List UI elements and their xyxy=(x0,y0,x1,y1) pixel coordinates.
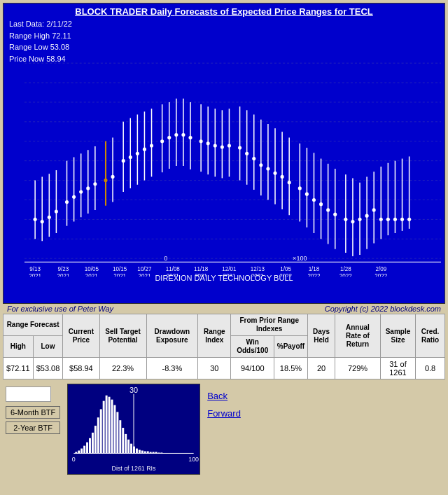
pct-payoff-header: %Payoff xyxy=(274,336,307,358)
svg-text:30: 30 xyxy=(130,386,138,394)
svg-rect-167 xyxy=(114,405,116,454)
svg-text:10/27: 10/27 xyxy=(137,266,152,272)
svg-rect-165 xyxy=(108,397,111,454)
bottom-area: 6-Month BTF 2-Year BTF 30 xyxy=(3,379,445,479)
svg-text:0: 0 xyxy=(164,255,167,262)
high-header: High xyxy=(4,336,34,358)
svg-point-95 xyxy=(312,198,316,202)
forward-link[interactable]: Forward xyxy=(207,408,241,419)
drawdown-value: -8.3% xyxy=(146,358,198,379)
chart-info: Last Data: 2/11/22 Range High 72.11 Rang… xyxy=(4,18,444,64)
svg-point-53 xyxy=(150,144,153,147)
sell-target-value: 22.3% xyxy=(99,358,146,379)
cred-ratio-value: 0.8 xyxy=(416,358,445,379)
svg-text:Dist of 1261 RIs: Dist of 1261 RIs xyxy=(112,465,157,472)
svg-rect-156 xyxy=(83,446,85,454)
svg-rect-160 xyxy=(94,426,97,453)
btf-2year-button[interactable]: 2-Year BTF xyxy=(6,421,60,434)
svg-point-91 xyxy=(298,186,302,190)
chart-footer: DIREXION DAILY TECHNOLOGY BULL xyxy=(4,272,444,284)
current-price-header: Current Price xyxy=(63,314,99,358)
annual-rate-value: 729% xyxy=(335,358,381,379)
chart-area: BLOCK TRADER Daily Forecasts of Expected… xyxy=(3,3,445,304)
svg-point-69 xyxy=(214,144,217,147)
svg-text:11/18: 11/18 xyxy=(194,266,209,272)
data-table: Range Forecast Current Price Sell Target… xyxy=(3,314,445,379)
svg-point-41 xyxy=(104,179,107,182)
btf-6month-button[interactable]: 6-Month BTF xyxy=(6,406,60,419)
svg-point-71 xyxy=(220,145,224,148)
svg-rect-158 xyxy=(89,438,91,454)
svg-rect-161 xyxy=(97,417,99,453)
annual-rate-header: Annual Rate of Return xyxy=(335,314,381,358)
svg-text:12/13: 12/13 xyxy=(251,266,265,272)
histogram-svg: 30 xyxy=(68,384,200,474)
chart-title: BLOCK TRADER Daily Forecasts of Expected… xyxy=(4,4,444,18)
svg-point-45 xyxy=(122,159,125,162)
svg-point-49 xyxy=(136,152,139,155)
svg-rect-176 xyxy=(139,450,141,454)
svg-point-25 xyxy=(41,220,44,223)
ticker-input[interactable] xyxy=(6,386,51,402)
svg-point-77 xyxy=(245,152,248,155)
svg-point-29 xyxy=(55,209,58,213)
main-container: BLOCK TRADER Daily Forecasts of Expected… xyxy=(0,0,448,482)
svg-text:9/23: 9/23 xyxy=(58,266,69,272)
svg-text:12/01: 12/01 xyxy=(222,266,237,272)
svg-point-89 xyxy=(288,181,291,184)
last-data: Last Data: 2/11/22 xyxy=(9,18,444,30)
sample-size-header: Sample Size xyxy=(380,314,415,358)
svg-point-107 xyxy=(358,218,362,221)
svg-text:0: 0 xyxy=(72,456,76,463)
svg-text:1/05: 1/05 xyxy=(280,266,291,272)
svg-point-75 xyxy=(238,146,241,149)
svg-rect-159 xyxy=(92,433,94,454)
range-high: Range High 72.11 xyxy=(9,30,444,42)
range-forecast-header: Range Forecast xyxy=(4,314,63,336)
svg-point-43 xyxy=(111,175,115,179)
low-header: Low xyxy=(33,336,63,358)
svg-text:9/13: 9/13 xyxy=(29,266,41,272)
svg-rect-168 xyxy=(117,412,119,453)
svg-text:11/08: 11/08 xyxy=(166,266,181,272)
svg-point-105 xyxy=(351,220,354,223)
svg-point-73 xyxy=(227,144,231,147)
svg-point-79 xyxy=(252,157,255,160)
svg-rect-175 xyxy=(136,449,138,454)
svg-text:100: 100 xyxy=(188,456,199,463)
from-prior-header: From Prior Range Indexes xyxy=(231,314,308,336)
svg-point-27 xyxy=(48,216,51,219)
svg-rect-157 xyxy=(86,442,88,454)
table-row: $72.11 $53.08 $58.94 22.3% -8.3% 30 94/1… xyxy=(4,358,445,379)
attribution-row: For exclusive use of Peter Way Copyright… xyxy=(3,304,445,314)
svg-rect-154 xyxy=(78,451,80,454)
svg-text:10/05: 10/05 xyxy=(85,266,99,272)
svg-point-119 xyxy=(400,218,404,221)
svg-rect-170 xyxy=(122,428,124,453)
svg-point-39 xyxy=(93,182,97,186)
svg-point-87 xyxy=(281,175,284,179)
svg-point-37 xyxy=(86,186,90,190)
back-link[interactable]: Back xyxy=(207,391,241,401)
svg-point-65 xyxy=(200,139,203,143)
title-highlight: Forecasts xyxy=(175,6,218,17)
svg-point-85 xyxy=(273,172,276,175)
days-held-header: Days Held xyxy=(307,314,335,358)
days-held-value: 20 xyxy=(307,358,335,379)
svg-rect-172 xyxy=(127,440,130,454)
svg-text:2/09: 2/09 xyxy=(375,266,386,272)
sell-target-header: Sell Target Potential xyxy=(99,314,146,358)
svg-rect-166 xyxy=(111,400,113,454)
svg-point-109 xyxy=(365,214,369,218)
left-controls: 6-Month BTF 2-Year BTF xyxy=(6,384,60,434)
svg-point-121 xyxy=(407,218,411,221)
svg-point-115 xyxy=(386,218,390,221)
svg-point-35 xyxy=(79,190,83,194)
svg-point-55 xyxy=(160,139,164,143)
svg-point-93 xyxy=(305,193,309,196)
svg-point-117 xyxy=(393,218,397,221)
svg-point-113 xyxy=(379,218,383,221)
svg-rect-162 xyxy=(100,409,102,453)
svg-point-33 xyxy=(72,195,76,199)
svg-rect-163 xyxy=(103,401,105,454)
